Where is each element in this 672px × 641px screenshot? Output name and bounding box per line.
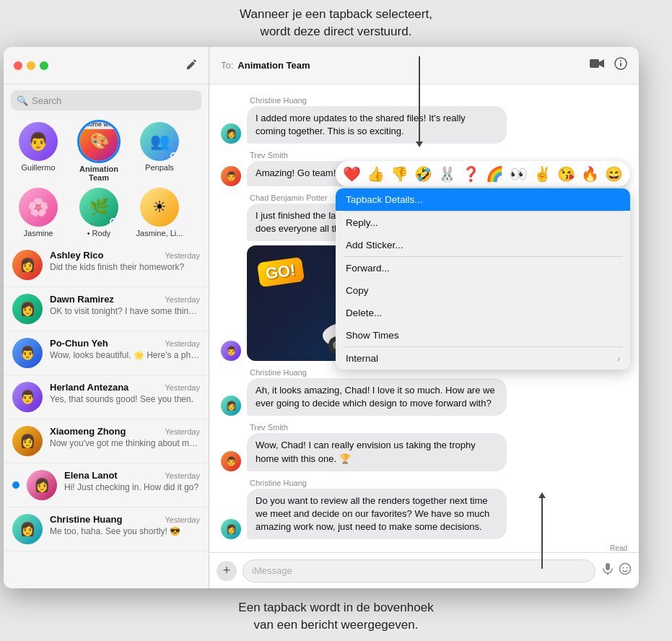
pinned-avatar-animation-team: 🎨 We had a greattime. Home with... [79,122,118,161]
pinned-avatar-penpals: 👥 [140,122,179,161]
conv-preview-pochun: Wow, looks beautiful. 🌟 Here's a photo o… [50,350,200,360]
menu-item-add-sticker[interactable]: Add Sticker... [336,234,630,256]
app-window: 🔍 Search 👨 Guillermo 🎨 We had a greattim… [4,47,639,588]
tapback-emoji-thumbsup[interactable]: 👍 [367,165,385,183]
svg-rect-2 [620,63,621,66]
tapback-emoji-bunny[interactable]: 🐰 [438,165,456,183]
conversation-list: 👩 Ashley Rico Yesterday Did the kids fin… [4,243,209,588]
pinned-label-animation-team: Animation Team [71,165,126,182]
conv-avatar-dawn: 👩 [12,294,43,324]
elena-unread-dot [12,481,19,489]
conv-item-herland[interactable]: 👨 Herland Antezana Yesterday Yes, that s… [4,375,209,419]
menu-item-show-times[interactable]: Show Times [336,324,630,346]
conv-info-herland: Herland Antezana Yesterday Yes, that sou… [50,382,200,404]
menu-item-internal[interactable]: Internal › [336,347,630,370]
pinned-label-jasmine: Jasmine [24,229,53,237]
conv-item-pochun[interactable]: 👨 Po-Chun Yeh Yesterday Wow, looks beaut… [4,331,209,375]
add-attachment-button[interactable]: + [217,561,237,581]
pinned-avatar-guillermo: 👨 [19,122,58,161]
tapback-overlay: ❤️ 👍 👎 🤣 🐰 ❓ 🌈 👀 ✌️ 😘 🔥 😄 Tapback Detail… [336,161,630,370]
msg-bubble-1[interactable]: I added more updates to the shared files… [247,106,507,144]
conv-avatar-christine: 👩 [12,514,43,544]
tapback-emoji-question[interactable]: ❓ [462,165,480,183]
info-button[interactable] [614,57,627,74]
tapback-emoji-haha[interactable]: 🤣 [414,165,432,183]
pinned-item-jasmine-li[interactable]: ☀ On my way! Jasmine, Li... [132,188,187,237]
msg-sender-6: Christine Huang [250,479,627,487]
conv-preview-dawn: OK to visit tonight? I have some things … [50,306,200,316]
pinned-label-jasmine-li: Jasmine, Li... [136,229,183,237]
rody-unread-badge [110,218,117,225]
penpals-unread-badge [170,152,178,160]
tapback-emoji-fire[interactable]: 🔥 [581,165,599,183]
conv-name-ashley: Ashley Rico [50,250,103,261]
menu-item-tapback-details[interactable]: Tapback Details... [336,188,630,211]
close-button[interactable] [14,61,22,70]
tapback-emoji-bar: ❤️ 👍 👎 🤣 🐰 ❓ 🌈 👀 ✌️ 😘 🔥 😄 [336,161,630,187]
pinned-avatar-rody: 🌿 [79,188,118,227]
pinned-item-jasmine[interactable]: 🌸 Jasmine [11,188,66,237]
conv-info-ashley: Ashley Rico Yesterday Did the kids finis… [50,250,200,272]
input-area: + iMessage [209,552,639,588]
arrow-top [419,56,420,143]
msg-row-6: 👩 Do you want to review all the renders … [221,489,627,540]
chat-to-label: To: [221,60,233,71]
conv-info-christine: Christine Huang Yesterday Me too, haha. … [50,514,200,536]
svg-rect-0 [590,59,599,68]
pinned-label-rody: • Rody [87,229,111,237]
menu-item-forward[interactable]: Forward... [336,257,630,279]
message-placeholder: iMessage [252,565,292,576]
tapback-emoji-eyes[interactable]: 👀 [510,165,528,183]
search-input[interactable]: Search [32,95,61,106]
plus-icon: + [223,563,231,578]
menu-item-delete[interactable]: Delete... [336,302,630,324]
tapback-emoji-thumbsdown[interactable]: 👎 [390,165,409,183]
pinned-item-penpals[interactable]: 👥 Penpals [132,122,187,182]
msg-bubble-5[interactable]: Wow, Chad! I can really envision us taki… [247,433,507,471]
search-bar[interactable]: 🔍 Search [11,90,201,110]
pinned-contacts: 👨 Guillermo 🎨 We had a greattime. Home w… [4,116,209,243]
sidebar: 🔍 Search 👨 Guillermo 🎨 We had a greattim… [4,47,209,588]
msg-bubble-6[interactable]: Do you want to review all the renders to… [247,489,507,540]
pinned-item-rody[interactable]: 🌿 • Rody [71,188,126,237]
conv-name-dawn: Dawn Ramirez [50,294,114,305]
minimize-button[interactable] [27,61,35,70]
conv-avatar-xiaomeng: 👩 [12,426,43,456]
svg-point-18 [627,567,628,569]
annotation-top: Wanneer je een tapback selecteert, wordt… [0,6,672,40]
titlebar [4,47,209,84]
menu-item-copy[interactable]: Copy [336,279,630,302]
tapback-emoji-peace[interactable]: ✌️ [533,165,551,183]
emoji-picker-button[interactable] [619,562,632,579]
tapback-emoji-heart[interactable]: ❤️ [343,165,361,183]
pinned-item-animation-team[interactable]: 🎨 We had a greattime. Home with... Anima… [71,122,126,182]
chat-header: To: Animation Team [209,47,639,84]
conv-item-ashley[interactable]: 👩 Ashley Rico Yesterday Did the kids fin… [4,243,209,287]
video-call-button[interactable] [590,58,604,73]
conv-item-elena[interactable]: 👩 Elena Lanot Yesterday Hi! Just checkin… [4,463,209,507]
conv-preview-xiaomeng: Now you've got me thinking about my next… [50,438,200,448]
conv-item-christine[interactable]: 👩 Christine Huang Yesterday Me too, haha… [4,507,209,551]
conv-info-elena: Elena Lanot Yesterday Hi! Just checking … [64,470,200,492]
conv-item-xiaomeng[interactable]: 👩 Xiaomeng Zhong Yesterday Now you've go… [4,419,209,463]
conv-time-christine: Yesterday [165,515,200,524]
compose-button[interactable] [184,58,198,73]
conv-info-xiaomeng: Xiaomeng Zhong Yesterday Now you've got … [50,426,200,448]
menu-item-reply[interactable]: Reply... [336,212,630,234]
chat-recipient-name: Animation Team [237,60,590,71]
audio-record-button[interactable] [601,562,614,579]
tapback-emoji-kiss[interactable]: 😘 [557,165,575,183]
tapback-emoji-smile[interactable]: 😄 [605,165,623,183]
conv-item-dawn[interactable]: 👩 Dawn Ramirez Yesterday OK to visit ton… [4,287,209,331]
chevron-right-icon: › [617,354,620,363]
pinned-avatar-jasmine-li: ☀ On my way! [140,188,179,227]
msg-sender-5: Trev Smith [250,423,627,432]
pinned-item-guillermo[interactable]: 👨 Guillermo [11,122,66,182]
maximize-button[interactable] [40,61,48,70]
msg-bubble-4[interactable]: Ah, it looks amazing, Chad! I love it so… [247,378,507,416]
go-badge: GO! [257,257,305,287]
conv-time-dawn: Yesterday [165,295,200,304]
traffic-lights [14,61,48,70]
input-right-icons [601,562,632,579]
tapback-emoji-rainbow[interactable]: 🌈 [486,165,504,183]
